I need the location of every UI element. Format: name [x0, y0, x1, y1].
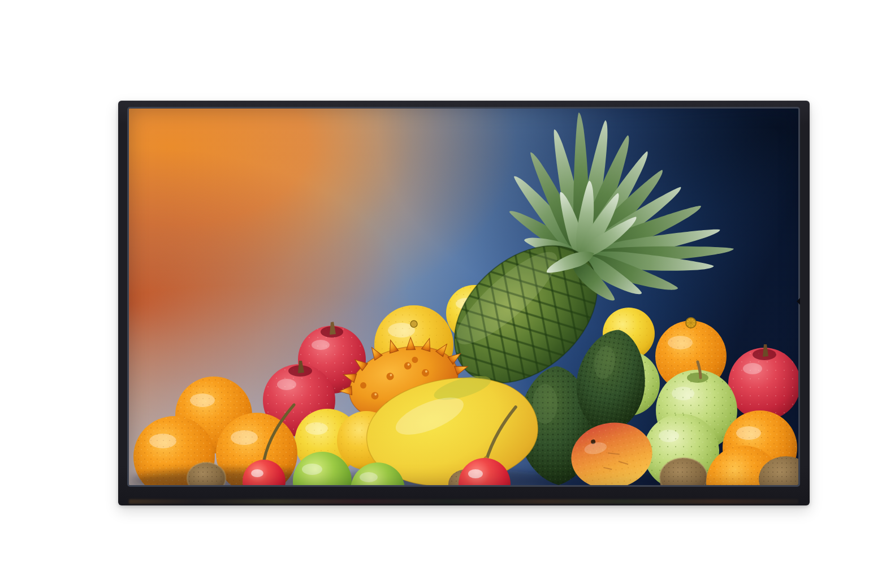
bezel-reflection [129, 499, 798, 504]
display-monitor: Flat-screen display showing a still-life… [118, 101, 810, 505]
image-caption: Flat-screen display showing a still-life… [118, 101, 119, 101]
fruit-still-life-image [129, 109, 798, 485]
tangerine-navel [686, 318, 696, 328]
display-screen [129, 109, 798, 485]
grapefruit-navel [410, 321, 417, 327]
